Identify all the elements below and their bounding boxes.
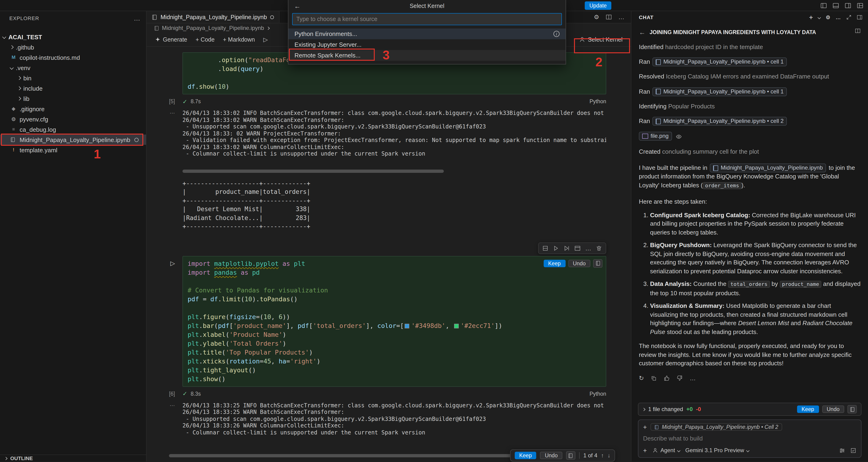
thumbs-up-icon[interactable] — [663, 375, 670, 381]
info-icon[interactable]: i — [554, 31, 560, 37]
more-actions-icon[interactable]: … — [836, 15, 841, 20]
toggle-secondary-sidebar-icon[interactable] — [845, 2, 851, 9]
tasks-icon[interactable] — [850, 447, 856, 453]
chevron-right-icon — [17, 76, 21, 80]
thumbs-down-icon[interactable] — [677, 375, 683, 381]
chat-header: CHAT + ⚙ … — [631, 11, 868, 23]
model-selector[interactable]: Gemini 3.1 Pro Preview — [685, 447, 749, 454]
outline-section[interactable]: OUTLINE — [0, 455, 146, 462]
sidebar-item-pyvenv-cfg[interactable]: ⚙ pyvenv.cfg — [0, 114, 146, 124]
more-actions-icon[interactable]: … — [690, 374, 696, 383]
select-kernel-button[interactable]: Select Kernel — [575, 35, 626, 44]
generate-button[interactable]: Generate — [151, 35, 191, 44]
editor-horizontal-scrollbar[interactable] — [169, 454, 512, 457]
attach-icon[interactable]: + — [643, 446, 647, 454]
next-change-icon[interactable]: ↓ — [608, 452, 611, 459]
keep-changes-button[interactable]: Keep — [797, 405, 819, 413]
ran-cell-step[interactable]: Ran Midnight_Papaya_Loyalty_Pipeline.ipy… — [639, 117, 861, 126]
context-chip[interactable]: Midnight_Papaya_Loyalty_Pipeline.ipynb •… — [651, 423, 782, 431]
output-more-icon[interactable]: ⋯ — [169, 402, 175, 408]
keep-cell-button[interactable]: Keep — [544, 259, 565, 267]
chat-input[interactable] — [643, 435, 856, 442]
keep-all-button[interactable]: Keep — [515, 452, 536, 459]
delete-cell-icon[interactable] — [596, 245, 602, 251]
cell-2-code[interactable]: import matplotlib.pyplot as pltimport pa… — [183, 256, 606, 386]
kernel-source-input[interactable] — [296, 16, 558, 22]
toggle-panel-icon[interactable] — [833, 2, 839, 9]
sidebar-item-acai-test[interactable]: ACAI_TEST — [0, 32, 146, 42]
chevron-down-icon — [10, 66, 14, 70]
kernel-option-python-environments[interactable]: Python Environments... i — [288, 28, 566, 39]
sidebar-item-lib[interactable]: lib — [0, 93, 146, 104]
customize-layout-icon[interactable] — [857, 2, 863, 9]
add-markdown-cell-button[interactable]: + Markdown — [219, 35, 259, 44]
markdown-icon: M — [10, 54, 17, 61]
sidebar-item-ca-debug-log[interactable]: ≡ ca_debug.log — [0, 124, 146, 135]
chevron-right-icon — [642, 408, 645, 411]
back-icon[interactable]: ← — [294, 2, 301, 10]
output-more-icon[interactable]: ⋯ — [169, 110, 175, 116]
tune-icon[interactable] — [839, 447, 845, 453]
changed-files-bar[interactable]: 1 file changed +0 -0 Keep Undo — [638, 403, 862, 416]
update-button[interactable]: Update — [585, 1, 611, 10]
undo-cell-button[interactable]: Undo — [568, 259, 590, 267]
sidebar-item-notebook[interactable]: Midnight_Papaya_Loyalty_Pipeline.ipynb — [0, 135, 146, 145]
explorer-more-icon[interactable]: … — [134, 15, 141, 22]
sidebar-item-github[interactable]: .github — [0, 42, 146, 52]
undo-changes-button[interactable]: Undo — [822, 405, 844, 413]
cell-1-output-row: ⋯ 26/04/13 18:33:02 INFO BatchScanExecTr… — [147, 110, 631, 231]
maximize-panel-icon[interactable] — [846, 15, 852, 20]
cell-language[interactable]: Python — [589, 391, 606, 396]
edit-in-editor-icon[interactable] — [575, 245, 581, 251]
more-actions-icon[interactable]: … — [618, 13, 624, 21]
kernel-option-existing-jupyter-server[interactable]: Existing Jupyter Server... — [288, 39, 566, 50]
open-diff-icon[interactable] — [593, 259, 602, 267]
kernel-option-remote-spark-kernels[interactable]: Remote Spark Kernels... — [288, 50, 566, 61]
dirty-indicator-icon[interactable] — [270, 15, 274, 19]
mode-selector[interactable]: Agent — [652, 447, 680, 454]
close-panel-icon[interactable] — [857, 15, 862, 20]
sidebar-item-template-yaml[interactable]: ! template.yaml — [0, 145, 146, 155]
gear-icon[interactable]: ⚙ — [594, 13, 599, 21]
step-item: Data Analysis: Counted the total_orders … — [650, 280, 861, 297]
assistant-paragraph: I have built the pipeline in Midnight_Pa… — [639, 164, 861, 190]
select-kernel-dialog: ← Select Kernel Python Environments... i… — [288, 0, 566, 64]
toggle-sidebar-icon[interactable] — [820, 2, 827, 9]
file-attachment-chip[interactable]: file.png — [639, 132, 672, 141]
sidebar-item-bin[interactable]: bin — [0, 73, 146, 83]
open-in-editor-icon[interactable] — [855, 28, 861, 34]
eye-icon[interactable] — [676, 134, 682, 140]
notebook-icon — [654, 424, 659, 430]
previous-change-icon[interactable]: ↑ — [601, 452, 604, 459]
open-changes-icon[interactable] — [566, 451, 576, 460]
sidebar-item-gitignore[interactable]: ◆ .gitignore — [0, 104, 146, 114]
split-cell-icon[interactable] — [542, 245, 548, 251]
regenerate-icon[interactable]: ↻ — [639, 374, 644, 383]
execute-below-icon[interactable] — [564, 245, 570, 251]
view-changes-icon[interactable] — [847, 405, 857, 413]
execute-above-icon[interactable] — [553, 245, 559, 251]
sidebar-item-copilot-instructions[interactable]: M copilot-instructions.md — [0, 52, 146, 63]
sparkle-icon — [155, 37, 160, 42]
undo-all-button[interactable]: Undo — [540, 452, 562, 459]
run-cell-icon[interactable]: ▷ — [170, 259, 175, 266]
sidebar-item-venv[interactable]: .venv — [0, 63, 146, 73]
split-editor-icon[interactable] — [606, 14, 612, 20]
run-all-button[interactable]: ▷ — [259, 35, 271, 45]
add-context-icon[interactable]: + — [643, 423, 647, 431]
new-chat-icon[interactable]: + — [809, 13, 813, 21]
cell-language[interactable]: Python — [589, 98, 606, 104]
ran-cell-step[interactable]: Ran Midnight_Papaya_Loyalty_Pipeline.ipy… — [639, 57, 861, 66]
ran-cell-step[interactable]: Ran Midnight_Papaya_Loyalty_Pipeline.ipy… — [639, 87, 861, 96]
notebook-icon — [152, 14, 157, 20]
copy-icon[interactable] — [651, 376, 657, 381]
back-icon[interactable]: ← — [639, 28, 645, 37]
gear-icon[interactable]: ⚙ — [826, 14, 831, 20]
more-actions-icon[interactable]: … — [585, 244, 591, 252]
add-code-cell-button[interactable]: + Code — [192, 35, 218, 44]
response-actions: ↻ … — [639, 374, 861, 383]
output-horizontal-scrollbar[interactable] — [183, 169, 444, 173]
sidebar-item-include[interactable]: include — [0, 83, 146, 93]
tab-notebook[interactable]: Midnight_Papaya_Loyalty_Pipeline.ipynb — [147, 11, 280, 23]
chevron-down-icon[interactable] — [818, 16, 821, 19]
